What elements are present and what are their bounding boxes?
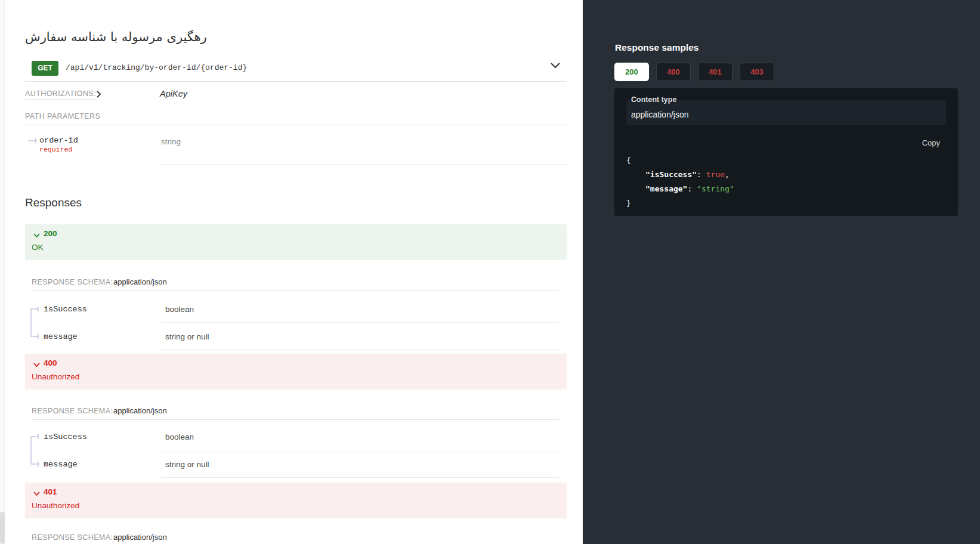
- code-line: "isSuccess": true,: [645, 170, 729, 179]
- chevron-down-icon: [33, 491, 41, 496]
- response-code: 200: [44, 229, 57, 238]
- divider: [161, 164, 567, 165]
- code-string-value: "string": [697, 184, 734, 193]
- http-method-badge: GET: [32, 61, 58, 76]
- field-name: isSuccess: [44, 305, 87, 314]
- response-content-type: application/json: [113, 533, 167, 542]
- code-line: {: [626, 156, 631, 165]
- schema-tree-icon: [29, 304, 42, 342]
- divider: [32, 419, 559, 420]
- field-name: isSuccess: [44, 432, 87, 441]
- api-docs-page: رهگیری مرسوله با شناسه سفارش GET /api/v1…: [0, 0, 980, 544]
- divider: [32, 290, 559, 290]
- schema-tree-icon: [27, 137, 39, 145]
- code-colon: :: [697, 170, 706, 179]
- param-required-badge: required: [39, 146, 72, 153]
- code-brace: }: [626, 199, 631, 208]
- response-content-type: application/json: [113, 277, 167, 286]
- code-line: }: [626, 199, 631, 208]
- response-panel-400[interactable]: 400 Unauthorized: [25, 354, 567, 390]
- code-line: "message": "string": [645, 184, 734, 193]
- sample-tab-401[interactable]: 401: [698, 63, 732, 81]
- response-description: OK: [32, 243, 44, 252]
- responses-heading: Responses: [25, 196, 82, 209]
- field-name: message: [44, 332, 78, 341]
- field-name: message: [44, 460, 78, 469]
- divider: [161, 349, 559, 350]
- content-type-value: application/json: [631, 110, 689, 119]
- sample-tab-200[interactable]: 200: [614, 63, 649, 81]
- content-type-label: Content type: [631, 95, 676, 104]
- authorizations-value: ApiKey: [160, 89, 187, 98]
- code-brace: {: [626, 156, 631, 165]
- code-sample-card: Content type application/json Copy { "is…: [614, 88, 958, 216]
- response-panel-401[interactable]: 401 Unauthorized: [25, 483, 567, 518]
- field-type: boolean: [165, 432, 194, 441]
- code-key: "isSuccess": [645, 170, 697, 179]
- code-key: "message": [645, 184, 687, 193]
- sample-tab-403[interactable]: 403: [740, 63, 774, 81]
- response-content-type: application/json: [113, 406, 167, 415]
- samples-panel: Response samples 200 400 401 403 Content…: [583, 0, 980, 544]
- copy-button[interactable]: Copy: [922, 138, 940, 147]
- field-type: boolean: [165, 305, 194, 314]
- response-description: Unauthorized: [32, 372, 79, 381]
- code-colon: :: [687, 184, 697, 193]
- page-title: رهگیری مرسوله با شناسه سفارش: [25, 30, 207, 44]
- response-code: 400: [44, 358, 57, 367]
- chevron-down-icon[interactable]: [550, 62, 561, 69]
- divider: [161, 322, 559, 323]
- divider: [25, 125, 567, 125]
- code-comma: ,: [725, 170, 729, 179]
- response-schema-label: RESPONSE SCHEMA:: [32, 407, 113, 415]
- param-type: string: [161, 137, 181, 146]
- field-type: string or null: [165, 460, 209, 469]
- authorizations-label[interactable]: AUTHORIZATIONS:: [25, 89, 96, 100]
- endpoint-path: /api/v1/tracking/by-order-id/{order-id}: [66, 63, 247, 72]
- divider: [25, 81, 567, 82]
- chevron-right-icon[interactable]: [96, 91, 101, 98]
- divider: [161, 477, 559, 478]
- code-boolean-value: true: [706, 170, 725, 179]
- param-name: order-id: [39, 136, 78, 145]
- field-type: string or null: [165, 332, 209, 341]
- sample-tab-400[interactable]: 400: [656, 63, 691, 81]
- response-description: Unauthorized: [32, 501, 79, 510]
- schema-tree-icon: [29, 431, 42, 469]
- path-parameters-label: PATH PARAMETERS: [25, 112, 100, 120]
- left-scrollbar-thumb[interactable]: [0, 512, 5, 544]
- response-panel-200[interactable]: 200 OK: [25, 224, 567, 260]
- response-schema-label: RESPONSE SCHEMA:: [32, 278, 113, 286]
- response-samples-heading: Response samples: [615, 42, 698, 53]
- chevron-down-icon: [33, 362, 41, 367]
- response-code: 401: [44, 487, 57, 496]
- left-scrollbar-track[interactable]: [0, 0, 5, 544]
- chevron-down-icon: [33, 233, 41, 238]
- response-schema-label: RESPONSE SCHEMA:: [32, 533, 113, 542]
- divider: [161, 452, 559, 452]
